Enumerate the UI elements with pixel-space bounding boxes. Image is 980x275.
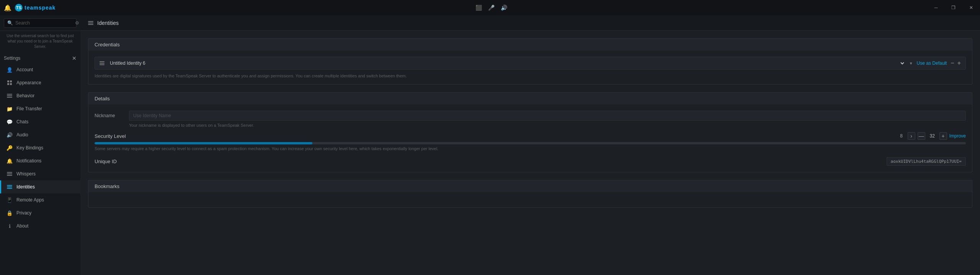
speaker-icon[interactable]: 🔊 [501, 5, 507, 11]
security-hint: Some servers may require a higher securi… [95, 146, 966, 152]
sidebar-item-label: Behavior [16, 93, 34, 98]
improve-button[interactable]: Improve [949, 133, 966, 139]
content-title: Identities [97, 20, 119, 26]
bookmarks-header: Bookmarks [88, 180, 972, 192]
identities-icon [7, 184, 13, 190]
about-icon: ℹ [7, 223, 13, 229]
teamspeak-logo: TS teamspeak [15, 3, 56, 12]
svg-rect-18 [100, 61, 105, 62]
dropdown-arrow-icon: ▼ [909, 61, 913, 65]
identity-selector-row: Untitled Identity 6 ▼ Use as Default − + [95, 57, 966, 70]
svg-rect-8 [7, 97, 12, 98]
security-level-label: Security Level [95, 133, 895, 139]
close-settings-button[interactable]: ✕ [72, 56, 77, 61]
credentials-body: Untitled Identity 6 ▼ Use as Default − +… [88, 51, 972, 85]
maximize-button[interactable]: ❐ [945, 0, 962, 15]
sidebar-item-appearance[interactable]: Appearance [0, 76, 80, 89]
bookmarks-section: Bookmarks [88, 180, 972, 208]
sidebar-item-label: Audio [16, 132, 28, 138]
sidebar-item-account[interactable]: 👤 Account [0, 63, 80, 76]
remote-apps-icon: 📱 [7, 197, 13, 203]
svg-rect-4 [7, 83, 9, 85]
security-level-controls: 8 › — 32 + Improve [898, 132, 966, 140]
svg-rect-17 [88, 24, 93, 25]
search-bar-area: 🔍 ⚙ [0, 15, 80, 31]
security-next-button[interactable]: › [908, 132, 915, 140]
sidebar-item-remote-apps[interactable]: 📱 Remote Apps [0, 193, 80, 206]
credentials-section: Credentials Untitled Identity 6 ▼ Use as… [88, 38, 972, 85]
identity-description: Identities are digital signatures used b… [95, 74, 966, 78]
nav-items: 👤 Account Appearance Behavior 📁 File Tra… [0, 63, 80, 275]
notifications-icon: 🔔 [7, 158, 13, 164]
monitor-icon[interactable]: ⬛ [475, 5, 482, 11]
account-icon: 👤 [7, 67, 13, 73]
sidebar-item-behavior[interactable]: Behavior [0, 89, 80, 102]
mic-icon[interactable]: 🎤 [488, 5, 495, 11]
search-input[interactable] [15, 20, 73, 26]
behavior-icon [7, 93, 13, 99]
sidebar-item-whispers[interactable]: Whispers [0, 167, 80, 180]
sidebar-item-label: Key Bindings [16, 145, 43, 151]
content-body: Credentials Untitled Identity 6 ▼ Use as… [80, 31, 980, 275]
list-icon [100, 61, 105, 66]
sidebar-item-audio[interactable]: 🔊 Audio [0, 128, 80, 141]
details-section: Details Nickname Your nickname is displa… [88, 92, 972, 172]
identity-dropdown[interactable]: Untitled Identity 6 [108, 60, 905, 66]
sidebar-item-label: Identities [16, 184, 35, 190]
use-as-default-button[interactable]: Use as Default [917, 61, 947, 66]
credentials-header: Credentials [88, 38, 972, 51]
nickname-input[interactable] [129, 111, 966, 121]
sidebar-item-label: Account [16, 67, 33, 72]
title-bar-left: 🔔 TS teamspeak [4, 3, 56, 12]
svg-rect-16 [88, 23, 93, 23]
whispers-icon [7, 171, 13, 177]
sidebar-item-key-bindings[interactable]: 🔑 Key Bindings [0, 141, 80, 154]
content-area: Identities Credentials Untitled Identity… [80, 15, 980, 275]
close-button[interactable]: ✕ [962, 0, 980, 15]
svg-rect-2 [7, 80, 9, 82]
sidebar-item-file-transfer[interactable]: 📁 File Transfer [0, 102, 80, 115]
privacy-icon: 🔒 [7, 210, 13, 216]
svg-rect-9 [7, 172, 12, 173]
svg-rect-11 [7, 175, 12, 176]
sidebar-item-chats[interactable]: 💬 Chats [0, 115, 80, 128]
security-level-row: Security Level 8 › — 32 + Improve [95, 132, 966, 140]
appearance-icon [7, 80, 13, 86]
sidebar: 🔍 ⚙ Use the universal search bar to find… [0, 15, 80, 275]
sidebar-item-about[interactable]: ℹ About [0, 219, 80, 232]
add-identity-button[interactable]: + [957, 60, 961, 66]
svg-rect-3 [10, 80, 12, 82]
sidebar-item-label: Remote Apps [16, 197, 44, 203]
remove-identity-button[interactable]: − [951, 60, 954, 66]
sidebar-item-label: Chats [16, 119, 28, 124]
sidebar-item-label: File Transfer [16, 106, 42, 111]
file-transfer-icon: 📁 [7, 106, 13, 112]
security-bar-fill [95, 142, 312, 144]
sidebar-item-privacy[interactable]: 🔒 Privacy [0, 206, 80, 219]
nickname-field-row: Nickname [95, 111, 966, 121]
nickname-label: Nickname [95, 113, 129, 118]
sidebar-item-label: Privacy [16, 210, 31, 216]
security-dec-button[interactable]: — [918, 132, 925, 140]
security-bar [95, 142, 966, 144]
svg-text:TS: TS [16, 5, 21, 10]
security-target-value: 32 [928, 133, 937, 139]
svg-rect-6 [7, 94, 12, 95]
settings-label: Settings [4, 56, 20, 61]
bell-icon[interactable]: 🔔 [4, 4, 11, 11]
gear-icon[interactable]: ⚙ [75, 20, 79, 26]
audio-icon: 🔊 [7, 132, 13, 138]
security-inc-button[interactable]: + [939, 132, 947, 140]
sidebar-item-label: Notifications [16, 158, 41, 164]
minimize-button[interactable]: ─ [927, 0, 945, 15]
svg-rect-19 [100, 63, 105, 64]
ts-logo-svg: TS [15, 3, 23, 12]
title-bar: 🔔 TS teamspeak ⬛ 🎤 🔊 ─ ❐ ✕ [0, 0, 980, 15]
unique-id-row: Unique ID aoxkUIDVlLhu4taRGGlQPp17UUI= [95, 157, 966, 166]
svg-rect-7 [7, 95, 12, 96]
identity-action-btns: − + [951, 60, 961, 66]
sidebar-item-label: Whispers [16, 171, 36, 177]
sidebar-item-notifications[interactable]: 🔔 Notifications [0, 154, 80, 167]
content-header: Identities [80, 15, 980, 31]
sidebar-item-identities[interactable]: Identities [0, 180, 80, 193]
